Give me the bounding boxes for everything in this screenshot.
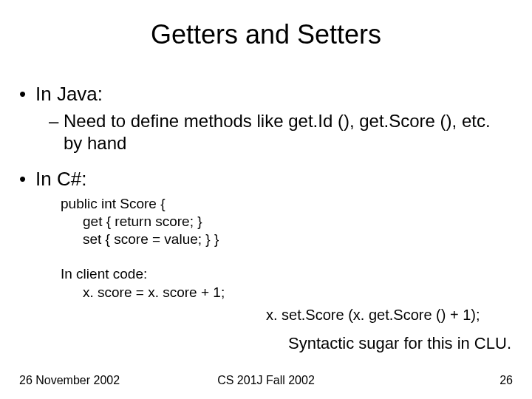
bullet-csharp-heading: In C#: (35, 168, 86, 190)
code-line: public int Score { (61, 195, 513, 213)
code-line: set { score = value; } } (83, 231, 513, 248)
footer-date: 26 November 2002 (19, 374, 120, 387)
bullet-java-sub-text: Need to define methods like get.Id (), g… (64, 111, 491, 153)
footer-page: 26 (499, 374, 513, 387)
dash-icon: – (49, 110, 64, 132)
bullet-java-heading: In Java: (35, 83, 103, 105)
footer-course: CS 201J Fall 2002 (217, 374, 315, 387)
client-code-block: In client code: x. score = x. score + 1; (61, 265, 513, 301)
client-code-label: In client code: (61, 265, 513, 284)
bullet-dot-icon: • (19, 83, 35, 106)
bullet-java: •In Java: (19, 83, 513, 106)
code-line: get { return score; } (83, 213, 513, 231)
equivalent-call: x. set.Score (x. get.Score () + 1); (266, 307, 480, 324)
sugar-note: Syntactic sugar for this in CLU. (288, 334, 511, 353)
slide: Getters and Setters •In Java: –Need to d… (0, 0, 532, 399)
bullet-java-sub: –Need to define methods like get.Id (), … (64, 110, 498, 154)
slide-title: Getters and Setters (19, 19, 513, 50)
footer: 26 November 2002 CS 201J Fall 2002 26 (0, 374, 532, 387)
client-code-line: x. score = x. score + 1; (83, 284, 513, 302)
bullet-dot-icon: • (19, 168, 35, 191)
bullet-csharp: •In C#: (19, 168, 513, 191)
csharp-code-block: public int Score { get { return score; }… (61, 195, 513, 248)
